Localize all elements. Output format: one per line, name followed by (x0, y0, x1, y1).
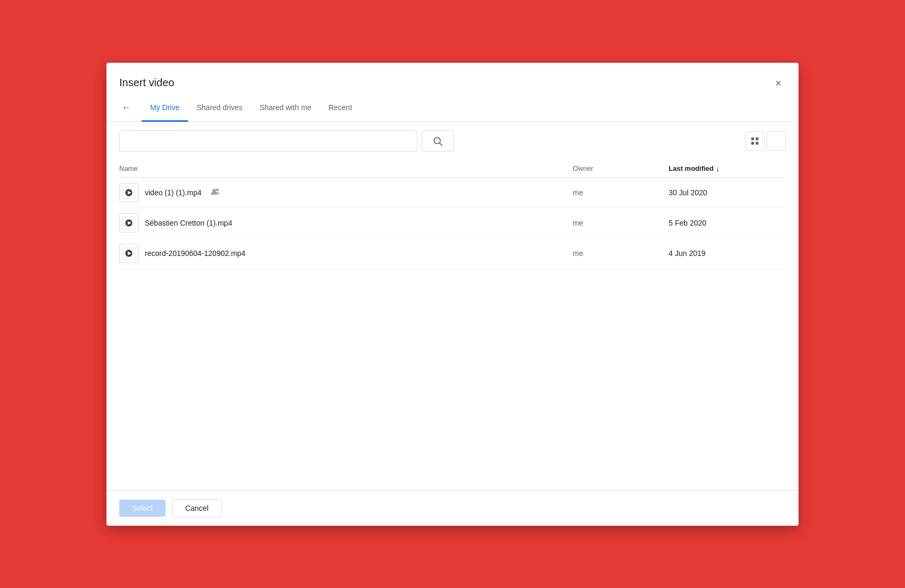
play-icon (122, 217, 135, 229)
tab-my-drive[interactable]: My Drive (142, 95, 188, 122)
grid-icon (750, 136, 760, 146)
close-button[interactable]: × (771, 76, 786, 90)
dialog-header: Insert video × (106, 63, 799, 90)
sort-view-button[interactable] (767, 131, 786, 151)
file-icon (119, 183, 138, 202)
table-row[interactable]: video (1) (1).mp4 me 30 Jul 2020 (119, 178, 786, 208)
file-owner: me (573, 249, 669, 258)
file-owner: me (573, 219, 669, 227)
table-row[interactable]: record-20190604-120902.mp4 me 4 Jun 2019 (119, 238, 786, 269)
sort-arrow-icon: ↓ (716, 164, 720, 173)
play-icon (122, 247, 135, 260)
svg-point-10 (216, 188, 218, 191)
svg-rect-5 (756, 142, 759, 144)
view-controls (745, 131, 786, 151)
back-button[interactable]: ← (119, 100, 133, 115)
file-owner: me (573, 188, 669, 197)
tab-shared-with-me[interactable]: Shared with me (251, 95, 320, 122)
svg-rect-3 (756, 137, 759, 140)
file-modified: 4 Jun 2019 (669, 249, 786, 258)
search-icon (432, 136, 443, 146)
shared-icon (210, 188, 221, 197)
svg-rect-2 (751, 137, 754, 140)
file-modified: 5 Feb 2020 (669, 219, 786, 227)
file-name: record-20190604-120902.mp4 (145, 249, 245, 258)
grid-view-button[interactable] (745, 131, 764, 151)
file-name-cell: Sébastien Cretton (1).mp4 (119, 213, 573, 233)
search-row (106, 122, 799, 160)
tab-recent[interactable]: Recent (320, 95, 360, 122)
file-icon (119, 213, 138, 233)
file-modified: 30 Jul 2020 (669, 188, 786, 197)
insert-video-dialog: Insert video × ← My Drive Shared drives … (106, 63, 799, 526)
tabs-row: ← My Drive Shared drives Shared with me … (106, 95, 799, 122)
search-input[interactable] (119, 130, 417, 152)
dialog-title: Insert video (119, 77, 174, 89)
select-button[interactable]: Select (119, 500, 166, 517)
col-owner-header: Owner (573, 164, 669, 173)
tab-shared-drives[interactable]: Shared drives (188, 95, 251, 122)
table-row[interactable]: Sébastien Cretton (1).mp4 me 5 Feb 2020 (119, 208, 786, 238)
sort-icon (771, 136, 781, 146)
dialog-footer: Select Cancel (106, 490, 799, 526)
col-modified-header[interactable]: Last modified ↓ (669, 164, 786, 173)
file-name-cell: record-20190604-120902.mp4 (119, 244, 573, 263)
search-button[interactable] (422, 130, 454, 152)
cancel-button[interactable]: Cancel (172, 499, 222, 517)
table-header: Name Owner Last modified ↓ (119, 160, 786, 178)
file-name: video (1) (1).mp4 (145, 188, 202, 197)
play-icon (122, 186, 135, 199)
file-table: Name Owner Last modified ↓ video (1) (1)… (106, 160, 799, 490)
svg-line-1 (440, 143, 442, 145)
col-name-header: Name (119, 164, 573, 173)
file-name-cell: video (1) (1).mp4 (119, 183, 573, 202)
file-name: Sébastien Cretton (1).mp4 (145, 219, 232, 227)
file-icon (119, 244, 138, 263)
svg-rect-4 (751, 142, 754, 144)
